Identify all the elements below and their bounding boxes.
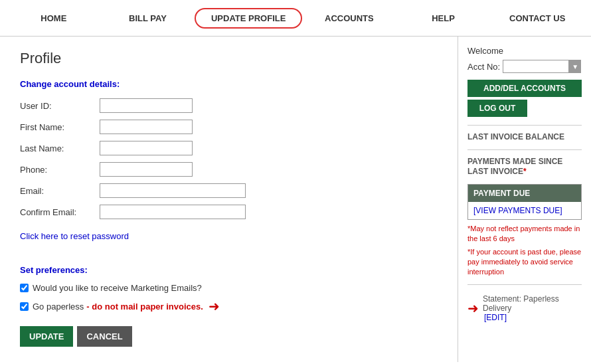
marketing-emails-row: Would you like to receive Marketing Emai… [20, 283, 438, 293]
acct-no-input[interactable] [503, 60, 569, 73]
nav-contact-us[interactable]: CONTACT US [490, 8, 584, 29]
payments-label: PAYMENTS MADE SINCE LAST INVOICE* [467, 157, 582, 177]
statement-row: ➜ Statement: Paperless Delivery [EDIT] [467, 294, 582, 322]
note-2: *If your account is past due, please pay… [467, 247, 582, 278]
email-label: Email: [20, 186, 100, 196]
last-name-row: Last Name: [20, 141, 438, 155]
navigation: HOME BILL PAY UPDATE PROFILE ACCOUNTS HE… [0, 0, 591, 37]
last-name-label: Last Name: [20, 143, 100, 153]
nav-update-profile[interactable]: UPDATE PROFILE [195, 8, 302, 29]
add-del-accounts-button[interactable]: ADD/DEL ACCOUNTS [467, 80, 582, 97]
last-invoice-label: LAST INVOICE BALANCE [467, 132, 582, 143]
last-name-input[interactable] [100, 141, 193, 155]
divider-3 [467, 284, 582, 285]
paperless-label: Go paperless [33, 302, 84, 312]
acct-select-button[interactable]: ▼ [569, 60, 581, 73]
logout-button[interactable]: LOG OUT [467, 100, 527, 117]
paperless-note: - do not mail paper invoices. [86, 302, 203, 312]
email-input[interactable] [100, 183, 246, 198]
phone-row: Phone: [20, 162, 438, 177]
confirm-email-label: Confirm Email: [20, 207, 100, 217]
cancel-button[interactable]: CANCEL [77, 326, 131, 347]
reset-password-link[interactable]: Click here to reset password [20, 231, 129, 241]
email-row: Email: [20, 183, 438, 198]
arrow-right-icon: ➜ [209, 298, 220, 314]
confirm-email-row: Confirm Email: [20, 205, 438, 219]
left-panel: Profile Change account details: User ID:… [0, 37, 458, 362]
main-layout: Profile Change account details: User ID:… [0, 37, 591, 362]
confirm-email-input[interactable] [100, 205, 246, 219]
note-1: *May not reflect payments made in the la… [467, 224, 582, 244]
view-payments-link[interactable]: [VIEW PAYMENTS DUE] [468, 202, 581, 219]
update-button[interactable]: UPDATE [20, 326, 73, 347]
payment-due-box: PAYMENT DUE [VIEW PAYMENTS DUE] [467, 184, 582, 220]
marketing-emails-checkbox[interactable] [20, 284, 29, 292]
statement-text: Statement: Paperless Delivery [483, 294, 559, 313]
first-name-label: First Name: [20, 122, 100, 132]
nav-help[interactable]: HELP [396, 8, 491, 29]
right-panel: Welcome Acct No: ▼ ADD/DEL ACCOUNTS LOG … [458, 37, 591, 362]
first-name-input[interactable] [100, 120, 193, 134]
payment-due-header: PAYMENT DUE [468, 185, 581, 202]
nav-bill-pay[interactable]: BILL PAY [101, 8, 195, 29]
paperless-row: Go paperless - do not mail paper invoice… [20, 298, 438, 314]
nav-accounts[interactable]: ACCOUNTS [302, 8, 396, 29]
phone-input[interactable] [100, 162, 193, 177]
change-account-heading: Change account details: [20, 79, 438, 89]
phone-label: Phone: [20, 165, 100, 175]
page-title: Profile [20, 50, 438, 67]
acct-row: Acct No: ▼ [467, 60, 582, 73]
user-id-input[interactable] [100, 98, 193, 113]
first-name-row: First Name: [20, 120, 438, 134]
paperless-checkbox[interactable] [20, 302, 29, 311]
acct-label: Acct No: [467, 62, 500, 72]
welcome-text: Welcome [467, 46, 582, 56]
prefs-heading: Set preferences: [20, 265, 438, 275]
divider-1 [467, 125, 582, 126]
bottom-arrow-icon: ➜ [467, 300, 479, 316]
divider-2 [467, 149, 582, 150]
action-buttons: UPDATE CANCEL [20, 326, 438, 347]
marketing-emails-label: Would you like to receive Marketing Emai… [33, 283, 202, 293]
nav-home[interactable]: HOME [7, 8, 101, 29]
user-id-row: User ID: [20, 98, 438, 113]
user-id-label: User ID: [20, 101, 100, 111]
statement-edit-link[interactable]: [EDIT] [484, 313, 507, 322]
